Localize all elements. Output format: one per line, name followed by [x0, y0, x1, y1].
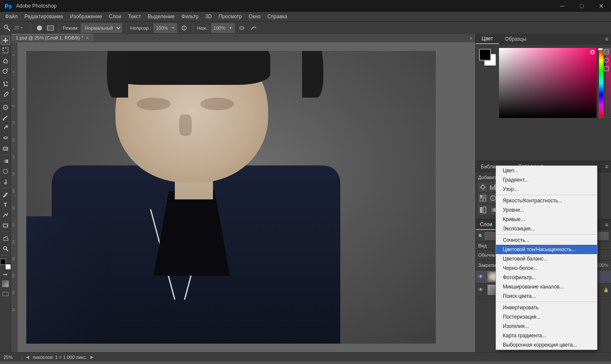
dd-item-hsl[interactable]: Цветовой тон/Насыщенность...: [496, 245, 597, 254]
menu-help[interactable]: Справка: [264, 13, 291, 20]
panel-tabs-top: Цвет Образцы ≡: [476, 34, 611, 45]
tool-hand[interactable]: [1, 234, 10, 243]
tool-heal[interactable]: +: [1, 103, 10, 112]
dd-item-channelmix[interactable]: Микширование каналов...: [496, 282, 597, 291]
menu-layers[interactable]: Слои: [106, 13, 125, 20]
dd-item-threshold[interactable]: Изогелия...: [496, 322, 597, 331]
tool-shape[interactable]: [1, 221, 10, 230]
menu-file[interactable]: Файл: [2, 13, 21, 20]
airbrush-icon[interactable]: [237, 23, 247, 33]
dd-item-colorbalance[interactable]: Цветовой баланс...: [496, 254, 597, 263]
dd-item-bw[interactable]: Черно-белое...: [496, 263, 597, 273]
tool-eraser[interactable]: [1, 143, 10, 153]
panel-icon-2[interactable]: [603, 56, 610, 64]
tool-pen[interactable]: [1, 190, 10, 199]
tool-eyedropper[interactable]: [1, 90, 10, 99]
tool-quick-select[interactable]: [1, 66, 10, 76]
toggle-pressure-icon[interactable]: [179, 23, 189, 33]
corr-brightness-icon[interactable]: [478, 182, 488, 192]
dd-item-colorsearch[interactable]: Поиск цвета...: [496, 291, 597, 301]
svg-rect-62: [604, 67, 608, 71]
ruler-horizontal: 0 2 4 6 8 10 12 14 16 18 20 22 24 26 28 …: [18, 41, 475, 42]
layer-eye-1[interactable]: 👁: [478, 274, 485, 280]
svg-text:12: 12: [11, 138, 15, 142]
menu-image[interactable]: Изображение: [67, 13, 106, 20]
dd-item-color[interactable]: Цвет...: [496, 166, 597, 175]
panel-icon-buttons: [603, 48, 610, 73]
smoothing-icon[interactable]: [249, 23, 258, 33]
tab-swatches[interactable]: Образцы: [499, 34, 532, 44]
status-prev-icon[interactable]: ◀: [26, 355, 29, 359]
dd-item-gradientmap[interactable]: Карта градиента...: [496, 331, 597, 340]
tool-select-rect[interactable]: [1, 46, 10, 55]
menu-window[interactable]: Окно: [245, 13, 264, 20]
tool-quick-mask[interactable]: [1, 279, 10, 288]
corr-invert-icon[interactable]: [478, 205, 488, 215]
dd-item-selectivecolor[interactable]: Выборочная коррекция цвета...: [496, 340, 597, 350]
dd-item-exposure[interactable]: Экспозиция...: [496, 224, 597, 233]
panel-icon-1[interactable]: [603, 48, 610, 56]
status-next-icon[interactable]: ▶: [90, 355, 94, 359]
swap-colors-icon[interactable]: [1, 272, 10, 278]
tool-path-select[interactable]: [1, 210, 10, 220]
canvas-tab-title: 1.psd @ 25% (Слой 1, RGB/8) *: [16, 35, 83, 40]
color-boxes[interactable]: [0, 259, 11, 270]
dd-item-curves[interactable]: Кривые...: [496, 215, 597, 224]
menu-text[interactable]: Текст: [125, 13, 144, 20]
dd-item-levels[interactable]: Уровни...: [496, 205, 597, 215]
canvas-tab-close[interactable]: ✕: [86, 36, 89, 40]
panel-options-icon[interactable]: ≡: [603, 34, 611, 44]
tool-text[interactable]: T: [1, 200, 10, 210]
fg-color-box[interactable]: [479, 49, 491, 61]
dd-item-photofilter[interactable]: Фотофильтр...: [496, 273, 597, 282]
dd-item-invert[interactable]: Инвертировать: [496, 303, 597, 312]
tool-blur[interactable]: [1, 167, 10, 176]
svg-point-2: [4, 25, 8, 28]
dd-item-vibrance[interactable]: Сочность...: [496, 235, 597, 245]
tool-gradient[interactable]: [1, 157, 10, 166]
menu-select[interactable]: Выделение: [144, 13, 178, 20]
tool-clone[interactable]: [1, 123, 10, 132]
tab-color[interactable]: Цвет: [476, 34, 499, 44]
mode-select[interactable]: Нормальный: [81, 23, 122, 33]
dd-item-posterize[interactable]: Постеризация...: [496, 312, 597, 322]
menu-3d[interactable]: 3D: [202, 13, 215, 20]
menu-filter[interactable]: Фильтр: [178, 13, 202, 20]
svg-rect-19: [3, 160, 8, 163]
correction-panel-options[interactable]: ≡: [603, 162, 611, 172]
svg-text:32: 32: [11, 308, 15, 311]
tool-history-brush[interactable]: [1, 133, 10, 143]
corr-hsl-icon[interactable]: [478, 193, 488, 203]
tool-dodge[interactable]: [1, 177, 10, 186]
panel-icon-3[interactable]: [603, 65, 610, 73]
tool-lasso[interactable]: [1, 56, 10, 65]
minimize-button[interactable]: ─: [552, 0, 572, 12]
layer-eye-2[interactable]: 👁: [478, 287, 485, 293]
tool-screen-mode[interactable]: [1, 289, 10, 299]
layers-panel-options[interactable]: ≡: [603, 220, 611, 230]
canvas-viewport[interactable]: [18, 42, 475, 352]
title-bar-left: Ps Adobe Photoshop: [0, 1, 56, 11]
menu-view[interactable]: Просмотр: [215, 13, 245, 20]
tool-move[interactable]: [1, 36, 10, 45]
tool-crop[interactable]: [1, 79, 10, 89]
canvas-tab-main[interactable]: 1.psd @ 25% (Слой 1, RGB/8) * ✕: [11, 34, 94, 41]
menu-edit[interactable]: Редактирование: [21, 13, 67, 20]
tool-brush[interactable]: [1, 113, 10, 122]
tab-layers[interactable]: Слои: [476, 220, 496, 230]
dd-item-brightness[interactable]: Яркость/Контрастность...: [496, 196, 597, 205]
foreground-color-swatch[interactable]: [0, 259, 6, 265]
color-gradient-picker[interactable]: [499, 48, 597, 118]
filter-label: Вид: [478, 243, 487, 248]
dd-item-gradient[interactable]: Градиент...: [496, 175, 597, 185]
flow-input[interactable]: [213, 25, 229, 31]
tool-zoom[interactable]: +: [1, 244, 10, 253]
close-button[interactable]: ✕: [591, 0, 611, 12]
svg-point-20: [3, 169, 8, 174]
svg-point-63: [481, 185, 485, 189]
opacity-input[interactable]: [156, 25, 171, 31]
background-color-swatch[interactable]: [5, 264, 11, 270]
panels-expand-icon[interactable]: »: [467, 35, 475, 41]
dd-item-pattern[interactable]: Узор...: [496, 185, 597, 194]
maximize-button[interactable]: □: [572, 0, 591, 12]
